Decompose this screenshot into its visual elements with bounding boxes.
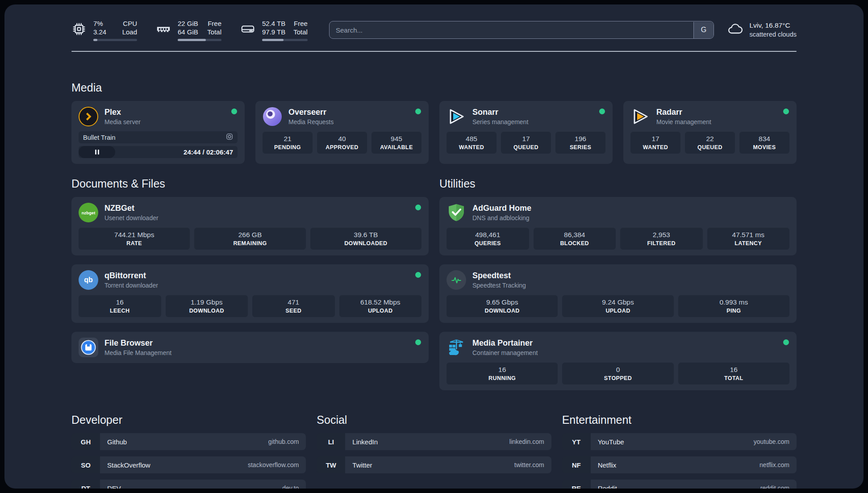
stat-label: LEECH <box>80 308 159 314</box>
app-card-qbittorrent[interactable]: qb qBittorrent Torrent downloader 16 LEE… <box>71 264 429 323</box>
app-card-filebrowser[interactable]: File Browser Media File Management <box>71 332 429 363</box>
bookmark-linkedin[interactable]: LI LinkedIn linkedin.com <box>317 433 551 450</box>
playback-time: 24:44 / 02:06:47 <box>184 148 233 156</box>
nzbget-icon: nzbget <box>79 203 98 222</box>
bookmark-dev[interactable]: DT DEV dev.to <box>71 480 306 489</box>
section-title-developer: Developer <box>71 414 306 426</box>
app-card-nzbget[interactable]: nzbget NZBGet Usenet downloader 744.21 M… <box>71 197 429 255</box>
section-title-entertainment: Entertainment <box>562 414 797 426</box>
stat-label: PENDING <box>264 144 311 150</box>
bookmark-url: reddit.com <box>760 485 789 489</box>
app-description: DNS and adblocking <box>472 214 531 221</box>
app-description: Torrent downloader <box>104 282 158 289</box>
stat-tile: 196 SERIES <box>555 132 605 154</box>
bookmark-reddit[interactable]: RE Reddit reddit.com <box>562 480 797 489</box>
topbar-divider <box>71 51 797 52</box>
bookmark-youtube[interactable]: YT YouTube youtube.com <box>562 433 797 450</box>
app-card-sonarr[interactable]: Sonarr Series management 485 WANTED 17 Q… <box>439 101 613 164</box>
stat-label: PING <box>680 308 788 314</box>
bookmark-stackoverflow[interactable]: SO StackOverflow stackoverflow.com <box>71 456 306 473</box>
stat-tile: 834 MOVIES <box>739 132 789 154</box>
stat-label: QUERIES <box>448 240 527 246</box>
bookmark-abbr: LI <box>317 433 345 450</box>
bookmark-name: Netflix <box>598 461 617 469</box>
status-dot <box>415 109 421 114</box>
app-name: NZBGet <box>104 204 159 213</box>
bookmark-twitter[interactable]: TW Twitter twitter.com <box>317 456 551 473</box>
bookmark-group-entertainment: Entertainment YT YouTube youtube.com NF … <box>562 414 797 489</box>
stat-tile: 498,461 QUERIES <box>447 228 529 250</box>
app-card-speedtest[interactable]: Speedtest Speedtest Tracking 9.65 Gbps D… <box>439 264 797 323</box>
bookmark-url: linkedin.com <box>509 438 544 445</box>
stat-value: 2,953 <box>622 231 701 239</box>
cpu-widget: 7% 3.24 CPU Load <box>71 19 137 41</box>
app-name: Speedtest <box>472 271 526 281</box>
disk-total-label: Total <box>293 28 308 37</box>
bookmark-name: DEV <box>107 485 121 489</box>
bookmark-url: netflix.com <box>760 461 789 468</box>
cpu-percent: 7% <box>93 19 106 28</box>
bookmark-name: Twitter <box>352 461 372 469</box>
stat-tile: 40 APPROVED <box>317 132 367 154</box>
stat-label: QUEUED <box>503 144 549 150</box>
status-dot <box>599 109 605 114</box>
section-title-utilities: Utilities <box>439 177 797 190</box>
stat-value: 266 GB <box>196 231 304 239</box>
now-playing-title: Bullet Train <box>83 134 116 141</box>
stat-value: 744.21 Mbps <box>80 231 188 239</box>
bookmark-name: StackOverflow <box>107 461 150 469</box>
session-icon <box>226 133 233 142</box>
stat-tile: 618.52 Mbps UPLOAD <box>339 295 422 317</box>
stat-value: 17 <box>632 135 679 143</box>
stat-tile: 86,384 BLOCKED <box>534 228 616 250</box>
filebrowser-icon <box>79 338 98 357</box>
stat-label: REMAINING <box>196 240 304 246</box>
app-card-overseerr[interactable]: Overseerr Media Requests 21 PENDING 40 A… <box>255 101 429 164</box>
weather-location: Lviv, 16.87°C <box>749 21 797 30</box>
memory-progress-bar <box>178 39 221 41</box>
stat-label: FILTERED <box>622 240 701 246</box>
app-name: Sonarr <box>472 108 528 117</box>
stat-tile: 21 PENDING <box>263 132 313 154</box>
search-input[interactable] <box>329 21 714 39</box>
now-playing-row: Bullet Train <box>79 131 238 143</box>
disk-icon <box>240 21 255 38</box>
stat-tile: 16 LEECH <box>79 295 161 317</box>
stat-label: SERIES <box>557 144 604 150</box>
status-dot <box>783 339 789 345</box>
stat-value: 834 <box>741 135 788 143</box>
search-provider-button[interactable]: G <box>693 22 714 38</box>
bookmark-github[interactable]: GH Github github.com <box>71 433 306 450</box>
stat-value: 945 <box>373 135 420 143</box>
stat-label: WANTED <box>632 144 679 150</box>
bookmark-abbr: TW <box>317 456 345 473</box>
status-dot <box>415 272 421 278</box>
bookmark-url: youtube.com <box>754 438 789 445</box>
disk-free-label: Free <box>293 19 308 28</box>
app-card-plex[interactable]: Plex Media server Bullet Train 24:44 <box>71 101 245 164</box>
pause-button[interactable] <box>79 146 115 158</box>
stat-tile: 39.6 TB DOWNLOADED <box>310 228 421 250</box>
bookmark-netflix[interactable]: NF Netflix netflix.com <box>562 456 797 473</box>
memory-icon <box>156 21 171 38</box>
app-description: Container management <box>472 349 538 356</box>
stat-label: MOVIES <box>741 144 788 150</box>
section-utilities: Utilities AdGuard <box>439 177 797 390</box>
bookmark-name: Github <box>107 438 127 446</box>
app-name: Overseerr <box>288 108 334 117</box>
stat-tile: 17 WANTED <box>630 132 680 154</box>
bookmark-url: stackoverflow.com <box>248 461 299 468</box>
cpu-icon <box>71 21 87 38</box>
weather-widget: Lviv, 16.87°C scattered clouds <box>726 21 797 39</box>
player-controls-row: 24:44 / 02:06:47 <box>79 146 238 158</box>
qbittorrent-icon-text: qb <box>84 276 93 284</box>
stat-tile: 9.24 Gbps UPLOAD <box>562 295 673 317</box>
app-card-adguard[interactable]: AdGuard Home DNS and adblocking 498,461 … <box>439 197 797 255</box>
app-card-radarr[interactable]: Radarr Movie management 17 WANTED 22 QUE… <box>623 101 797 164</box>
app-card-portainer[interactable]: Media Portainer Container management 16 … <box>439 332 797 390</box>
stat-tile: 744.21 Mbps RATE <box>79 228 190 250</box>
app-description: Series management <box>472 118 528 125</box>
stat-label: TOTAL <box>680 375 788 381</box>
stat-tile: 9.65 Gbps DOWNLOAD <box>447 295 558 317</box>
bookmark-abbr: NF <box>562 456 591 473</box>
